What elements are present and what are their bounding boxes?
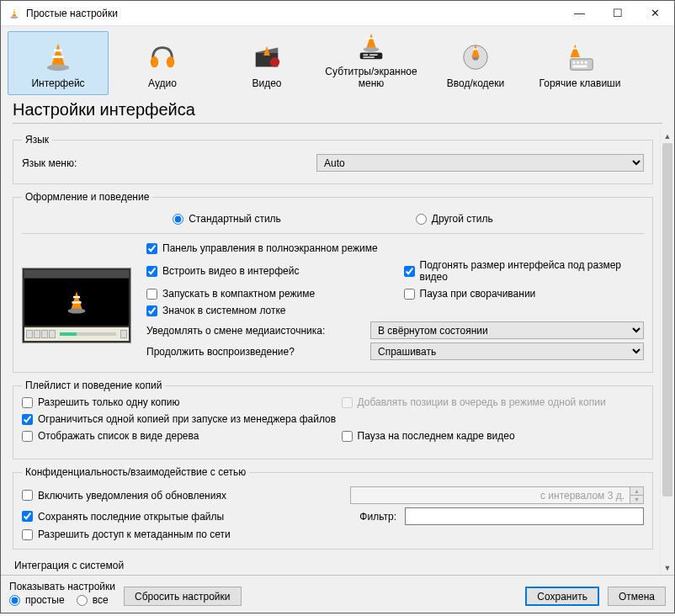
checkbox-input[interactable] bbox=[404, 266, 415, 277]
checkbox-input[interactable] bbox=[22, 490, 33, 501]
checkbox-label: Запускать в компактном режиме bbox=[162, 288, 315, 300]
language-combo[interactable]: Auto bbox=[316, 154, 644, 172]
check-tree-view[interactable]: Отображать список в виде дерева bbox=[22, 430, 325, 442]
radio-input[interactable] bbox=[173, 214, 183, 225]
category-label: Видео bbox=[252, 77, 281, 89]
filter-label: Фильтр: bbox=[350, 511, 396, 523]
save-button[interactable]: Сохранить bbox=[525, 587, 599, 606]
category-label: Интерфейс bbox=[31, 77, 84, 89]
group-legend: Язык bbox=[22, 134, 52, 146]
radio-simple[interactable]: простые bbox=[9, 594, 65, 606]
svg-rect-3 bbox=[54, 50, 62, 52]
check-enqueue-one: Добавлять позиции в очередь в режиме одн… bbox=[342, 396, 645, 408]
scroll-thumb[interactable] bbox=[662, 143, 672, 497]
group-privacy: Конфиденциальность/взаимодействие с сеть… bbox=[13, 466, 653, 550]
check-systray[interactable]: Значок в системном лотке bbox=[146, 305, 644, 316]
svg-rect-26 bbox=[73, 296, 80, 298]
svg-point-9 bbox=[270, 57, 279, 66]
footer: Показывать настройки простые все Сбросит… bbox=[1, 575, 674, 613]
checkbox-label: Пауза при сворачивании bbox=[420, 288, 536, 300]
group-legend: Конфиденциальность/взаимодействие с сеть… bbox=[22, 466, 249, 478]
check-one-from-file[interactable]: Ограничиться одной копией при запуске из… bbox=[22, 413, 644, 425]
checkbox-input[interactable] bbox=[342, 431, 353, 442]
radio-label: Стандартный стиль bbox=[189, 213, 281, 225]
scroll-content: Язык Язык меню: Auto Оформление и поведе… bbox=[1, 129, 660, 575]
category-video[interactable]: Видео bbox=[216, 31, 317, 95]
check-one-instance[interactable]: Разрешить только одну копию bbox=[22, 396, 325, 408]
check-save-recent[interactable]: Сохранять последние открытые файлы bbox=[22, 511, 342, 523]
close-button[interactable]: ✕ bbox=[636, 1, 674, 26]
cone-icon bbox=[41, 40, 75, 74]
checkbox-input[interactable] bbox=[146, 266, 157, 277]
check-embed-video[interactable]: Встроить видео в интерфейс bbox=[146, 259, 387, 283]
svg-point-5 bbox=[47, 65, 70, 72]
radio-native-style[interactable]: Стандартный стиль bbox=[173, 213, 281, 225]
svg-rect-27 bbox=[72, 301, 81, 303]
clapper-icon bbox=[250, 40, 284, 74]
svg-point-11 bbox=[364, 47, 380, 52]
checkbox-input[interactable] bbox=[22, 431, 33, 442]
checkbox-input[interactable] bbox=[146, 305, 157, 316]
maximize-button[interactable]: ☐ bbox=[598, 1, 636, 26]
scroll-up-icon[interactable]: ▲ bbox=[661, 129, 674, 143]
radio-custom-style[interactable]: Другой стиль bbox=[416, 213, 493, 225]
check-pause-last-frame[interactable]: Пауза на последнем кадре видео bbox=[342, 430, 645, 442]
category-audio[interactable]: Аудио bbox=[112, 31, 213, 95]
cancel-button[interactable]: Отмена bbox=[608, 587, 666, 606]
checkbox-input[interactable] bbox=[22, 511, 33, 522]
category-subtitles[interactable]: Субтитры/экранное меню bbox=[321, 31, 422, 95]
svg-rect-15 bbox=[364, 56, 375, 57]
svg-rect-22 bbox=[577, 61, 579, 64]
filter-input[interactable] bbox=[405, 507, 644, 525]
disc-icon bbox=[459, 40, 492, 74]
category-interface[interactable]: Интерфейс bbox=[8, 31, 109, 95]
vertical-scrollbar[interactable]: ▲ ▼ bbox=[660, 129, 674, 575]
radio-input[interactable] bbox=[9, 595, 20, 606]
radio-label: простые bbox=[25, 594, 65, 606]
check-minimal-view[interactable]: Запускать в компактном режиме bbox=[146, 288, 387, 300]
checkbox-label: Включить уведомления об обновлениях bbox=[38, 490, 226, 502]
notify-combo[interactable]: В свёрнутом состоянии bbox=[370, 321, 644, 339]
radio-input[interactable] bbox=[416, 214, 427, 225]
checkbox-input bbox=[342, 397, 353, 408]
svg-point-7 bbox=[167, 56, 175, 67]
reset-button[interactable]: Сбросить настройки bbox=[124, 587, 241, 606]
check-updates[interactable]: Включить уведомления об обновлениях bbox=[22, 490, 342, 502]
cone-icon bbox=[63, 289, 90, 316]
checkbox-input[interactable] bbox=[146, 243, 157, 254]
preview-panel bbox=[22, 242, 146, 364]
notify-label: Уведомлять о смене медиаисточника: bbox=[146, 325, 362, 337]
minimize-button[interactable]: — bbox=[561, 1, 598, 26]
check-fs-controller[interactable]: Панель управления в полноэкранном режиме bbox=[146, 242, 644, 254]
checkbox-label: Встроить видео в интерфейс bbox=[162, 265, 299, 277]
checkbox-input[interactable] bbox=[146, 289, 157, 300]
scroll-down-icon[interactable]: ▼ bbox=[661, 560, 674, 575]
category-hotkeys[interactable]: Горячие клавиши bbox=[529, 31, 630, 95]
svg-point-2 bbox=[10, 16, 18, 19]
checkbox-input[interactable] bbox=[404, 289, 415, 300]
update-interval-spinner: с интервалом 3 д. ▲▼ bbox=[350, 486, 644, 504]
category-input[interactable]: Ввод/кодеки bbox=[425, 31, 526, 95]
check-resize-interface[interactable]: Подгонять размер интерфейса под размер в… bbox=[404, 259, 645, 283]
svg-point-28 bbox=[68, 308, 86, 313]
continue-combo[interactable]: Спрашивать bbox=[370, 343, 644, 360]
group-legend: Плейлист и поведение копий bbox=[22, 380, 165, 391]
category-label: Аудио bbox=[148, 77, 177, 89]
checkbox-input[interactable] bbox=[22, 529, 33, 540]
scroll-track[interactable] bbox=[661, 143, 674, 560]
radio-input[interactable] bbox=[77, 595, 88, 606]
checkbox-input[interactable] bbox=[22, 414, 33, 425]
checkbox-label: Значок в системном лотке bbox=[162, 305, 285, 316]
checkbox-input[interactable] bbox=[22, 397, 33, 408]
interface-preview bbox=[22, 268, 131, 343]
svg-rect-19 bbox=[572, 48, 579, 50]
scroll-area: Язык Язык меню: Auto Оформление и поведе… bbox=[1, 129, 674, 575]
radio-all[interactable]: все bbox=[77, 594, 109, 606]
svg-rect-4 bbox=[52, 56, 63, 58]
check-metadata-net[interactable]: Разрешить доступ к метаданным по сети bbox=[22, 528, 644, 540]
check-pause-minimize[interactable]: Пауза при сворачивании bbox=[404, 288, 645, 300]
show-settings-label: Показывать настройки bbox=[9, 581, 115, 592]
svg-rect-10 bbox=[367, 38, 375, 40]
checkbox-label: Ограничиться одной копией при запуске из… bbox=[38, 413, 336, 425]
checkbox-label: Добавлять позиции в очередь в режиме одн… bbox=[358, 396, 606, 408]
